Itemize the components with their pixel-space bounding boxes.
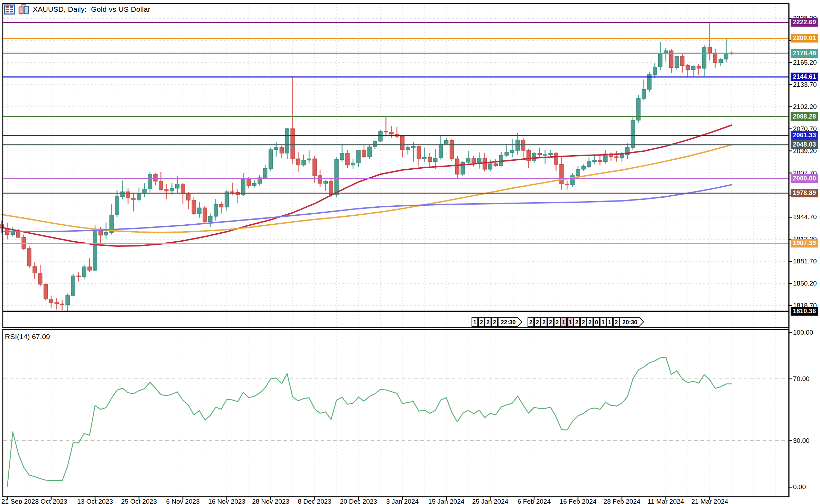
svg-text:2: 2 bbox=[536, 319, 539, 326]
svg-text:2: 2 bbox=[549, 319, 552, 326]
svg-text:1: 1 bbox=[569, 319, 572, 326]
svg-text:2: 2 bbox=[556, 319, 559, 326]
svg-text:2: 2 bbox=[529, 319, 532, 326]
chart-title-bar: XAUUSD, Daily: Gold vs US Dollar bbox=[4, 4, 150, 15]
svg-text:20:30: 20:30 bbox=[622, 319, 637, 326]
svg-text:1: 1 bbox=[562, 319, 565, 326]
svg-text:1: 1 bbox=[608, 319, 611, 326]
chart-title: XAUUSD, Daily: Gold vs US Dollar bbox=[33, 5, 150, 13]
svg-text:2: 2 bbox=[493, 319, 496, 326]
new-chart-icon bbox=[18, 4, 29, 15]
svg-text:2: 2 bbox=[582, 319, 585, 326]
svg-text:1: 1 bbox=[602, 319, 605, 326]
svg-text:2: 2 bbox=[486, 319, 490, 326]
candlesticks bbox=[0, 22, 734, 311]
svg-text:2: 2 bbox=[615, 319, 618, 326]
svg-text:2: 2 bbox=[480, 319, 483, 326]
market-watch-icon bbox=[4, 4, 15, 15]
event-flag-group[interactable]: 122222:30 bbox=[472, 317, 522, 326]
event-flag-group[interactable]: 2222211222011220:30 bbox=[528, 317, 644, 326]
price-chart-canvas[interactable]: 122222:302222211222011220:30 bbox=[0, 0, 820, 504]
trading-terminal-chart-window: 122222:302222211222011220:30 XAUUSD, Dai… bbox=[0, 0, 820, 504]
svg-text:2: 2 bbox=[588, 319, 591, 326]
svg-text:0: 0 bbox=[595, 319, 598, 326]
svg-text:2: 2 bbox=[575, 319, 578, 326]
rsi-indicator-label: RSI(14) 67.09 bbox=[5, 333, 50, 341]
svg-text:1: 1 bbox=[473, 319, 476, 326]
svg-text:22:30: 22:30 bbox=[501, 319, 515, 326]
rsi-line bbox=[7, 357, 732, 487]
svg-text:2: 2 bbox=[542, 319, 546, 326]
